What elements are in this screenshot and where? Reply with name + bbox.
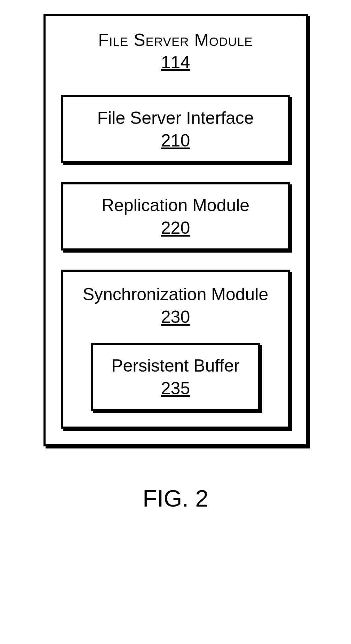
figure-caption: FIG. 2 xyxy=(143,485,208,512)
replication-module-ref: 220 xyxy=(161,218,190,238)
file-server-interface-ref: 210 xyxy=(161,130,190,151)
replication-module-label: Replication Module xyxy=(70,195,281,216)
file-server-interface-box: File Server Interface 210 xyxy=(61,95,290,163)
persistent-buffer-box: Persistent Buffer 235 xyxy=(91,343,260,411)
file-server-interface-label: File Server Interface xyxy=(70,108,281,128)
file-server-module-box: File Server Module 114 File Server Inter… xyxy=(43,14,308,446)
synchronization-module-label: Synchronization Module xyxy=(77,284,274,305)
module-title: File Server Module xyxy=(61,30,290,50)
persistent-buffer-label: Persistent Buffer xyxy=(100,355,251,376)
synchronization-module-box: Synchronization Module 230 Persistent Bu… xyxy=(61,270,290,429)
replication-module-box: Replication Module 220 xyxy=(61,182,290,251)
synchronization-module-ref: 230 xyxy=(161,307,190,327)
module-header: File Server Module 114 xyxy=(61,30,290,72)
persistent-buffer-ref: 235 xyxy=(161,378,190,398)
module-ref: 114 xyxy=(161,52,190,72)
